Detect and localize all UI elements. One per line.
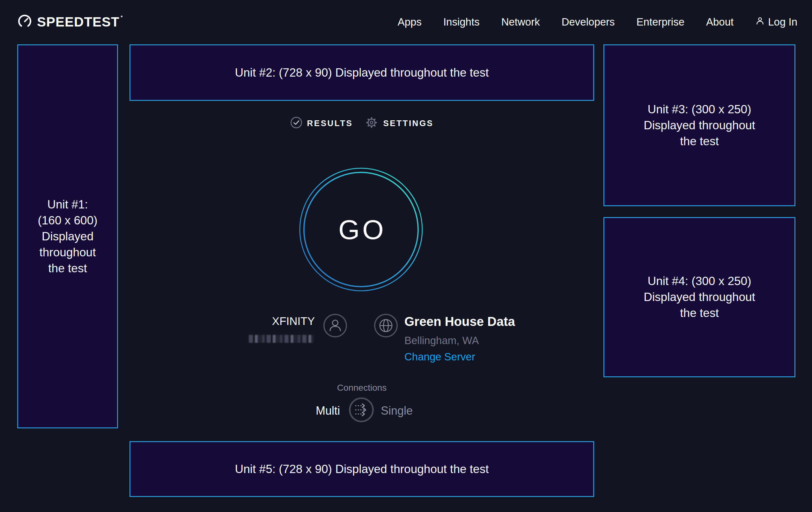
- tab-results-label: RESULTS: [307, 118, 353, 128]
- isp-name: XFINITY: [230, 315, 315, 327]
- multi-connection-arrows-icon[interactable]: [349, 397, 374, 423]
- ad-unit-2-leaderboard[interactable]: Unit #2: (728 x 90) Displayed throughout…: [129, 44, 594, 101]
- trademark-mark: [121, 16, 122, 17]
- connections-label: Connections: [129, 383, 594, 393]
- nav-item-apps[interactable]: Apps: [398, 16, 422, 28]
- connections-option-multi[interactable]: Multi: [279, 404, 340, 417]
- go-button-label: GO: [299, 167, 423, 292]
- user-icon: [755, 16, 765, 28]
- ad-unit-5-leaderboard[interactable]: Unit #5: (728 x 90) Displayed throughout…: [129, 441, 594, 497]
- nav-item-developers[interactable]: Developers: [562, 16, 615, 28]
- speedometer-icon: [18, 14, 32, 30]
- nav-item-about[interactable]: About: [706, 16, 733, 28]
- logo-wordmark: SPEEDTEST: [37, 15, 122, 30]
- ad-unit-4-text: Unit #4: (300 x 250) Displayed throughou…: [644, 273, 755, 321]
- login-button[interactable]: Log In: [755, 16, 797, 28]
- ad-unit-2-text: Unit #2: (728 x 90) Displayed throughout…: [235, 65, 489, 81]
- check-circle-icon: [290, 116, 302, 130]
- nav-item-insights[interactable]: Insights: [443, 16, 480, 28]
- ad-unit-5-text: Unit #5: (728 x 90) Displayed throughout…: [235, 461, 489, 477]
- ad-unit-1-text: Unit #1: (160 x 600) Displayed throughou…: [38, 197, 97, 276]
- isp-detail-redacted-text: [249, 335, 314, 343]
- speedtest-logo[interactable]: SPEEDTEST: [18, 14, 122, 30]
- ad-unit-1-skyscraper[interactable]: Unit #1: (160 x 600) Displayed throughou…: [17, 44, 118, 428]
- tab-settings[interactable]: SETTINGS: [365, 116, 433, 131]
- top-nav-bar: SPEEDTEST Apps Insights Network Develope…: [18, 0, 797, 44]
- connections-option-single[interactable]: Single: [381, 404, 413, 417]
- login-label: Log In: [768, 16, 797, 28]
- change-server-link[interactable]: Change Server: [404, 351, 475, 363]
- ad-unit-3-rectangle[interactable]: Unit #3: (300 x 250) Displayed throughou…: [603, 44, 795, 206]
- main-nav: Apps Insights Network Developers Enterpr…: [398, 16, 797, 28]
- user-circle-icon: [323, 314, 347, 338]
- go-button[interactable]: GO: [299, 167, 423, 292]
- server-location: Bellingham, WA: [404, 334, 479, 347]
- view-tabs: RESULTS: [129, 116, 594, 131]
- nav-item-enterprise[interactable]: Enterprise: [637, 16, 685, 28]
- tab-results[interactable]: RESULTS: [290, 116, 353, 130]
- speedtest-page: SPEEDTEST Apps Insights Network Develope…: [0, 0, 812, 512]
- ad-unit-4-rectangle[interactable]: Unit #4: (300 x 250) Displayed throughou…: [603, 217, 795, 377]
- gear-icon: [365, 116, 378, 131]
- globe-circle-icon: [374, 314, 398, 338]
- server-name: Green House Data: [404, 315, 515, 329]
- nav-item-network[interactable]: Network: [501, 16, 540, 28]
- tab-settings-label: SETTINGS: [383, 118, 433, 128]
- ad-unit-3-text: Unit #3: (300 x 250) Displayed throughou…: [644, 102, 755, 150]
